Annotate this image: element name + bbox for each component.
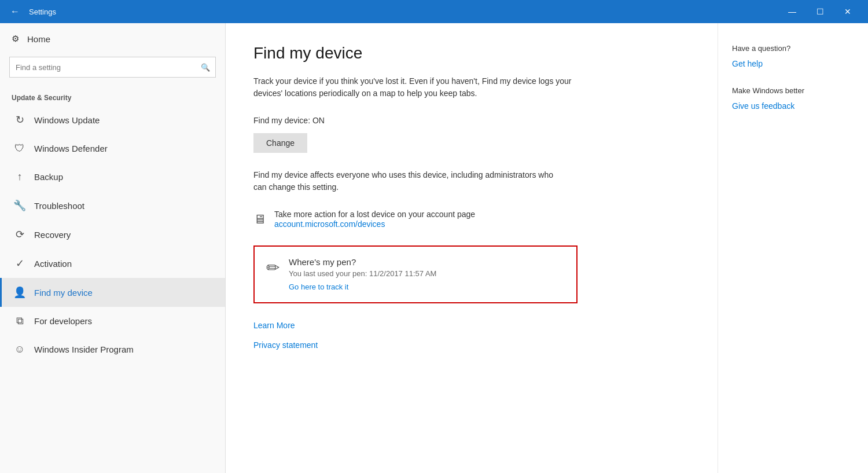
sidebar-search-container: 🔍 [9, 57, 216, 78]
sidebar-label-backup: Backup [34, 172, 63, 182]
maximize-button[interactable]: ☐ [807, 0, 833, 23]
have-question-label: Have a question? [732, 44, 854, 53]
sidebar-item-windows-update[interactable]: ↻ Windows Update [0, 105, 225, 134]
titlebar: ← Settings — ☐ ✕ [0, 0, 868, 23]
account-text: Take more action for a lost device on yo… [274, 210, 475, 219]
window-controls: — ☐ ✕ [779, 0, 861, 23]
activation-icon: ✓ [13, 257, 26, 270]
sidebar-item-windows-defender[interactable]: 🛡 Windows Defender [0, 134, 225, 163]
titlebar-title: Settings [29, 8, 779, 16]
sidebar-label-windows-defender: Windows Defender [34, 144, 108, 153]
get-help-link[interactable]: Get help [732, 59, 763, 68]
app-body: ⚙ Home 🔍 Update & Security ↻ Windows Upd… [0, 23, 868, 473]
sidebar-item-troubleshoot[interactable]: 🔧 Troubleshoot [0, 191, 225, 220]
give-feedback-link[interactable]: Give us feedback [732, 101, 795, 111]
search-input[interactable] [9, 57, 216, 78]
main-content: Find my device Track your device if you … [226, 23, 718, 473]
privacy-link[interactable]: Privacy statement [253, 340, 690, 350]
windows-update-icon: ↻ [13, 113, 26, 126]
sidebar-item-recovery[interactable]: ⟳ Recovery [0, 220, 225, 249]
page-title: Find my device [253, 44, 690, 63]
right-panel: Have a question? Get help Make Windows b… [718, 23, 868, 473]
find-device-icon: 👤 [13, 286, 26, 299]
sidebar-label-recovery: Recovery [34, 230, 71, 240]
device-status: Find my device: ON [253, 116, 690, 125]
pen-box: ✏ Where's my pen? You last used your pen… [253, 245, 578, 303]
home-icon: ⚙ [12, 34, 19, 44]
developers-icon: ⧉ [13, 315, 26, 327]
backup-icon: ↑ [13, 171, 26, 183]
defender-icon: 🛡 [13, 142, 26, 155]
feedback-section: Make Windows better Give us feedback [732, 86, 854, 111]
affects-text: Find my device affects everyone who uses… [253, 169, 566, 193]
sidebar-label-windows-insider: Windows Insider Program [34, 344, 134, 354]
search-icon: 🔍 [201, 63, 210, 72]
recovery-icon: ⟳ [13, 228, 26, 241]
bottom-links: Learn More Privacy statement [253, 321, 690, 350]
sidebar-label-activation: Activation [34, 259, 72, 269]
make-better-label: Make Windows better [732, 86, 854, 95]
pen-content: Where's my pen? You last used your pen: … [289, 257, 436, 292]
back-button[interactable]: ← [7, 3, 23, 20]
sidebar-item-activation[interactable]: ✓ Activation [0, 249, 225, 278]
sidebar-home-label: Home [27, 34, 50, 44]
sidebar-label-troubleshoot: Troubleshoot [34, 201, 84, 211]
account-text-block: Take more action for a lost device on yo… [274, 210, 475, 229]
insider-icon: ☺ [13, 343, 26, 355]
pen-subtitle: You last used your pen: 11/2/2017 11:57 … [289, 269, 436, 278]
change-button[interactable]: Change [253, 133, 307, 153]
pen-track-link[interactable]: Go here to track it [289, 283, 348, 291]
sidebar-label-for-developers: For developers [34, 316, 92, 326]
pen-icon: ✏ [266, 258, 279, 277]
sidebar-label-windows-update: Windows Update [34, 115, 100, 125]
pen-title: Where's my pen? [289, 257, 436, 267]
account-link[interactable]: account.microsoft.com/devices [274, 219, 385, 229]
page-description: Track your device if you think you've lo… [253, 75, 589, 100]
close-button[interactable]: ✕ [834, 0, 861, 23]
device-account-icon: 🖥 [253, 212, 266, 227]
sidebar: ⚙ Home 🔍 Update & Security ↻ Windows Upd… [0, 23, 226, 473]
sidebar-item-find-my-device[interactable]: 👤 Find my device [0, 278, 225, 307]
minimize-button[interactable]: — [779, 0, 806, 23]
sidebar-section-label: Update & Security [0, 87, 225, 105]
sidebar-item-backup[interactable]: ↑ Backup [0, 163, 225, 191]
troubleshoot-icon: 🔧 [13, 199, 26, 212]
account-row: 🖥 Take more action for a lost device on … [253, 210, 690, 229]
sidebar-item-home[interactable]: ⚙ Home [0, 23, 225, 54]
sidebar-item-for-developers[interactable]: ⧉ For developers [0, 307, 225, 335]
sidebar-label-find-my-device: Find my device [34, 288, 93, 298]
learn-more-link[interactable]: Learn More [253, 321, 690, 330]
help-section: Have a question? Get help [732, 44, 854, 69]
sidebar-item-windows-insider[interactable]: ☺ Windows Insider Program [0, 335, 225, 364]
